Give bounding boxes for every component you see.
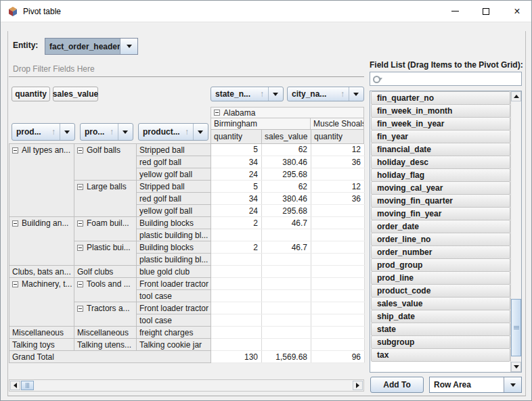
pivot-field-button[interactable]: state_n...↑ [210, 87, 284, 101]
pivot-field-button[interactable]: product...↑ [138, 123, 208, 141]
row-header-cell[interactable]: freight charges [137, 327, 211, 339]
sort-ascending-icon[interactable]: ↑ [110, 127, 114, 137]
field-list-item[interactable]: fin_week_in_year [371, 117, 510, 131]
sort-ascending-icon[interactable]: ↑ [51, 127, 56, 137]
row-header-cell[interactable]: Tools and ... [74, 278, 137, 302]
row-header-cell[interactable]: Large balls [74, 181, 137, 217]
add-to-button[interactable]: Add To [370, 377, 424, 393]
field-list-item[interactable]: moving_fin_quarter [371, 194, 510, 208]
row-header-cell[interactable]: tool case [137, 314, 211, 327]
collapse-icon[interactable] [77, 184, 83, 190]
row-header-cell[interactable]: Stripped ball [137, 181, 211, 193]
close-button[interactable]: × [502, 1, 532, 22]
minimize-button[interactable] [439, 1, 470, 22]
city-header[interactable]: Muscle Shoals [310, 118, 364, 130]
field-filter-dropdown-button[interactable] [268, 87, 282, 101]
city-header[interactable]: Birmingham [210, 118, 311, 130]
row-header-cell[interactable]: plastic building bl... [137, 229, 211, 241]
field-list-item[interactable]: holiday_flag [371, 168, 510, 182]
pivot-field-button[interactable]: prod...↑ [12, 123, 75, 141]
row-header-cell[interactable]: Building an... [9, 217, 74, 266]
row-header-cell[interactable]: Building blocks [137, 241, 211, 254]
row-header-cell[interactable]: Machinery, t... [9, 278, 74, 327]
entity-dropdown-button[interactable] [120, 39, 137, 54]
row-header-cell[interactable]: Talking utens... [74, 339, 137, 351]
sort-ascending-icon[interactable]: ↑ [260, 89, 264, 99]
entity-combobox[interactable]: fact_order_header [45, 38, 138, 55]
horizontal-scroll-thumb[interactable] [21, 381, 34, 390]
column-group-header[interactable]: Alabama [210, 107, 364, 118]
field-list-item[interactable]: order_number [371, 245, 510, 259]
row-header-cell[interactable]: tool case [137, 290, 211, 302]
field-filter-dropdown-button[interactable] [349, 87, 362, 101]
row-header-cell[interactable]: yellow golf ball [137, 205, 211, 217]
area-dropdown-button[interactable] [504, 377, 521, 392]
row-header-cell[interactable]: yellow golf ball [137, 168, 211, 181]
vertical-scroll-thumb[interactable] [511, 299, 521, 356]
field-list-scrollbar[interactable] [510, 91, 521, 372]
collapse-icon[interactable] [77, 281, 83, 287]
area-combobox[interactable]: Row Area [429, 377, 522, 393]
row-header-cell[interactable]: Foam buil... [74, 217, 137, 241]
row-header-cell[interactable]: blue gold club [137, 266, 211, 278]
field-list-item[interactable]: fin_week_in_month [371, 104, 510, 118]
collapse-icon[interactable] [214, 110, 220, 116]
field-list-item[interactable]: fin_year [371, 130, 510, 143]
field-list-item[interactable]: tax [371, 348, 510, 362]
scroll-down-button[interactable] [511, 362, 521, 372]
field-search-box[interactable] [370, 72, 522, 86]
field-list-item[interactable]: holiday_desc [371, 156, 510, 169]
pivot-field-button[interactable]: city_na...↑ [287, 87, 364, 101]
row-header-cell[interactable]: Talking cookie jar [137, 339, 211, 351]
row-header-cell[interactable]: Golf balls [74, 144, 137, 181]
maximize-button[interactable] [470, 1, 502, 22]
field-list-item[interactable]: order_line_no [371, 233, 510, 246]
field-list-item[interactable]: fin_quarter_no [371, 91, 510, 105]
data-field-button[interactable]: quantity [12, 87, 50, 101]
scroll-right-button[interactable] [353, 381, 363, 390]
row-header-cell[interactable]: Miscellaneous [9, 327, 74, 339]
field-list-item[interactable]: sales_value [371, 297, 510, 310]
field-list-item[interactable]: prod_group [371, 258, 510, 272]
row-header-cell[interactable]: Golf clubs [74, 266, 137, 278]
sort-ascending-icon[interactable]: ↑ [340, 89, 345, 99]
row-header-cell[interactable]: Tractors a... [74, 302, 137, 327]
row-header-cell[interactable]: All types an... [9, 144, 74, 217]
field-list-item[interactable]: subgroup [371, 335, 510, 349]
row-header-cell[interactable]: Plastic bui... [74, 241, 137, 266]
search-icon[interactable] [373, 75, 382, 83]
field-list-item[interactable]: financial_date [371, 143, 510, 156]
measure-header[interactable]: quantity [210, 129, 262, 144]
search-input[interactable] [382, 72, 521, 85]
field-list-item[interactable]: product_code [371, 284, 510, 298]
field-filter-dropdown-button[interactable] [118, 124, 131, 140]
row-header-cell[interactable]: Clubs, bats an... [9, 266, 74, 278]
row-header-cell[interactable]: Front loader tractor [137, 302, 211, 314]
collapse-icon[interactable] [77, 147, 83, 154]
measure-header[interactable]: quantity [311, 129, 364, 144]
row-header-cell[interactable]: plastic building bl... [137, 254, 211, 266]
collapse-icon[interactable] [12, 220, 18, 227]
sort-ascending-icon[interactable]: ↑ [185, 127, 189, 137]
collapse-icon[interactable] [77, 245, 83, 251]
pivot-field-button[interactable]: pro...↑ [80, 123, 133, 141]
row-header-cell[interactable]: Talking toys [9, 339, 74, 351]
collapse-icon[interactable] [12, 281, 18, 287]
data-field-button[interactable]: sales_value [53, 87, 98, 101]
row-header-cell[interactable]: red golf ball [137, 193, 211, 205]
scroll-left-button[interactable] [10, 381, 20, 390]
row-header-cell[interactable]: Miscellaneous [74, 327, 137, 339]
field-list-item[interactable]: moving_fin_year [371, 207, 510, 220]
field-list-item[interactable]: order_date [371, 220, 510, 233]
horizontal-scrollbar[interactable] [9, 379, 364, 392]
measure-header[interactable]: sales_value [261, 129, 311, 144]
field-filter-dropdown-button[interactable] [193, 124, 206, 140]
collapse-icon[interactable] [12, 147, 18, 154]
row-header-cell[interactable]: Stripped ball [137, 144, 211, 156]
field-list-item[interactable]: prod_line [371, 271, 510, 285]
row-header-cell[interactable]: Building blocks [137, 217, 211, 229]
row-header-cell[interactable]: Front loader tractor [137, 278, 211, 290]
row-header-cell[interactable]: red golf ball [137, 156, 211, 168]
field-filter-dropdown-button[interactable] [60, 124, 73, 140]
field-list-item[interactable]: state [371, 323, 510, 336]
